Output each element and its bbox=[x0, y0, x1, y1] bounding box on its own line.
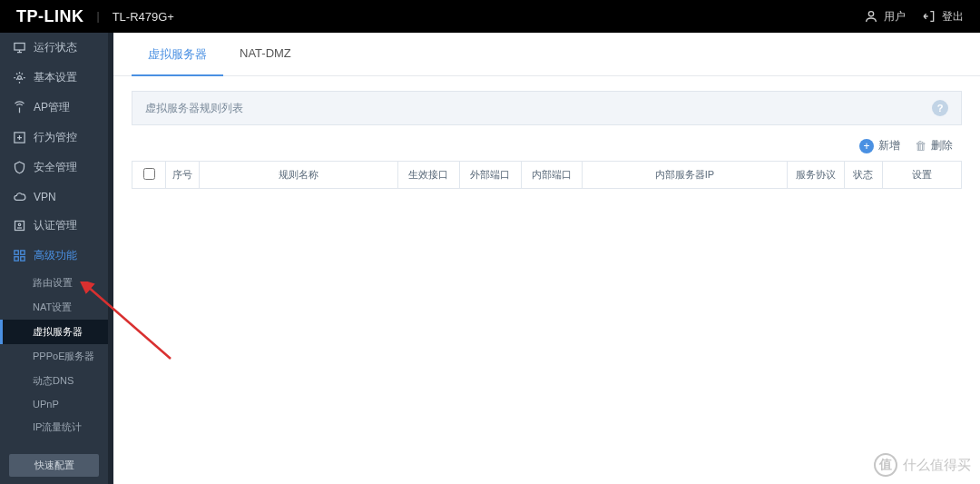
sub-route[interactable]: 路由设置 bbox=[0, 271, 108, 295]
control-icon bbox=[13, 131, 26, 144]
sidebar-item-ap[interactable]: AP管理 bbox=[0, 93, 108, 123]
th-checkbox bbox=[132, 162, 166, 189]
sub-vserver[interactable]: 虚拟服务器 bbox=[0, 320, 108, 344]
panel-titlebar: 虚拟服务器规则列表 ? bbox=[132, 91, 962, 125]
logout-label: 登出 bbox=[942, 9, 964, 25]
panel-title: 虚拟服务器规则列表 bbox=[145, 101, 243, 116]
table-toolbar: + 新增 🗑 删除 bbox=[113, 125, 980, 161]
svg-rect-6 bbox=[15, 251, 18, 254]
cloud-icon bbox=[13, 190, 26, 203]
help-button[interactable]: ? bbox=[932, 100, 948, 116]
th-seq: 序号 bbox=[166, 162, 200, 189]
sub-nat[interactable]: NAT设置 bbox=[0, 295, 108, 320]
svg-rect-8 bbox=[15, 257, 18, 261]
plus-icon: + bbox=[859, 139, 874, 153]
sub-portmon[interactable]: 端口监控 bbox=[0, 440, 108, 447]
main-content: 虚拟服务器 NAT-DMZ 虚拟服务器规则列表 ? + 新增 🗑 删除 bbox=[113, 33, 980, 484]
svg-point-2 bbox=[18, 76, 22, 80]
sidebar-item-label: 高级功能 bbox=[34, 248, 77, 263]
user-icon bbox=[864, 9, 878, 24]
logout-icon bbox=[922, 9, 936, 24]
antenna-icon bbox=[13, 101, 26, 114]
user-button[interactable]: 用户 bbox=[864, 9, 906, 25]
tabs: 虚拟服务器 NAT-DMZ bbox=[113, 33, 980, 76]
sidebar-item-auth[interactable]: 认证管理 bbox=[0, 211, 108, 241]
th-action: 设置 bbox=[882, 162, 962, 189]
sub-ipstat[interactable]: IP流量统计 bbox=[0, 415, 108, 440]
sidebar-item-label: 运行状态 bbox=[34, 40, 77, 55]
th-name: 规则名称 bbox=[200, 162, 398, 189]
sidebar-item-label: 认证管理 bbox=[34, 218, 77, 233]
svg-rect-9 bbox=[21, 257, 24, 261]
tab-nat-dmz[interactable]: NAT-DMZ bbox=[223, 33, 308, 75]
svg-point-5 bbox=[18, 223, 21, 226]
header-divider: | bbox=[97, 10, 100, 23]
sidebar-item-status[interactable]: 运行状态 bbox=[0, 33, 108, 63]
user-label: 用户 bbox=[884, 9, 906, 25]
th-protocol: 服务协议 bbox=[787, 162, 844, 189]
th-status: 状态 bbox=[844, 162, 882, 189]
th-ext-port: 外部端口 bbox=[459, 162, 521, 189]
sub-ddns[interactable]: 动态DNS bbox=[0, 369, 108, 393]
rules-table: 序号 规则名称 生效接口 外部端口 内部端口 内部服务器IP 服务协议 状态 设… bbox=[132, 161, 962, 189]
svg-rect-7 bbox=[21, 251, 24, 254]
add-button[interactable]: + 新增 bbox=[859, 138, 900, 153]
sidebar-item-label: 行为管控 bbox=[34, 130, 77, 145]
brand-logo: TP-LINK bbox=[16, 7, 84, 26]
sidebar-item-label: 安全管理 bbox=[34, 160, 77, 175]
logout-button[interactable]: 登出 bbox=[922, 9, 964, 25]
badge-icon bbox=[13, 219, 26, 232]
shield-icon bbox=[13, 161, 26, 174]
sidebar-item-basic[interactable]: 基本设置 bbox=[0, 63, 108, 93]
header-right: 用户 登出 bbox=[864, 9, 964, 25]
svg-rect-1 bbox=[15, 44, 24, 51]
quick-config-button[interactable]: 快速配置 bbox=[9, 454, 99, 477]
tab-vserver[interactable]: 虚拟服务器 bbox=[132, 33, 223, 76]
sub-upnp[interactable]: UPnP bbox=[0, 393, 108, 415]
sidebar-item-label: VPN bbox=[34, 191, 56, 203]
gear-icon bbox=[13, 71, 26, 84]
sub-pppoe[interactable]: PPPoE服务器 bbox=[0, 344, 108, 369]
th-iface: 生效接口 bbox=[398, 162, 460, 189]
top-header: TP-LINK | TL-R479G+ 用户 登出 bbox=[0, 0, 980, 33]
svg-point-0 bbox=[868, 12, 873, 16]
select-all-checkbox[interactable] bbox=[143, 168, 155, 180]
delete-label: 删除 bbox=[931, 138, 953, 153]
device-model: TL-R479G+ bbox=[113, 10, 174, 24]
sidebar: 运行状态 基本设置 AP管理 行为管控 安全管理 VPN bbox=[0, 33, 108, 484]
monitor-icon bbox=[13, 41, 26, 54]
trash-icon: 🗑 bbox=[915, 139, 926, 153]
th-internal-ip: 内部服务器IP bbox=[583, 162, 787, 189]
sidebar-item-behavior[interactable]: 行为管控 bbox=[0, 123, 108, 153]
sidebar-item-vpn[interactable]: VPN bbox=[0, 183, 108, 211]
sidebar-item-label: 基本设置 bbox=[34, 70, 77, 85]
sidebar-item-label: AP管理 bbox=[34, 100, 70, 115]
add-label: 新增 bbox=[878, 138, 900, 153]
rules-table-wrap: 序号 规则名称 生效接口 外部端口 内部端口 内部服务器IP 服务协议 状态 设… bbox=[132, 161, 962, 189]
sidebar-item-security[interactable]: 安全管理 bbox=[0, 153, 108, 183]
sidebar-item-advanced[interactable]: 高级功能 bbox=[0, 241, 108, 271]
grid-icon bbox=[13, 249, 26, 262]
delete-button[interactable]: 🗑 删除 bbox=[915, 138, 953, 153]
th-int-port: 内部端口 bbox=[521, 162, 583, 189]
